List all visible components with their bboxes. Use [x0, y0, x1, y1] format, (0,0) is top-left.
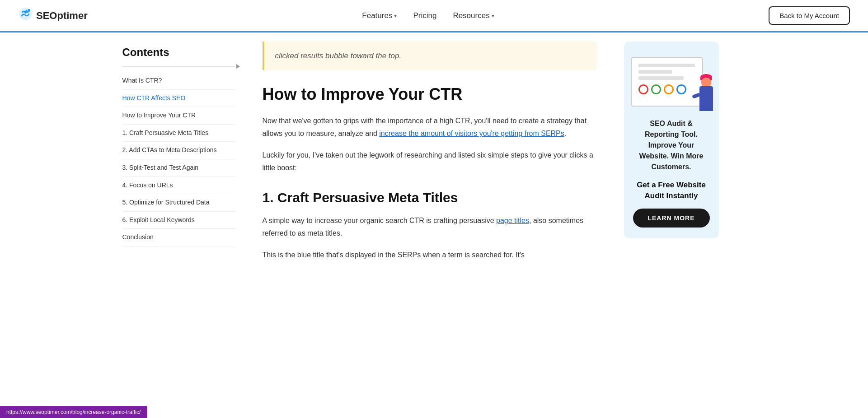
bar3 — [638, 76, 684, 80]
right-sidebar: SEO Audit & Reporting Tool. Improve Your… — [615, 33, 723, 279]
toc-item-local-keywords[interactable]: 6. Exploit Local Keywords — [122, 212, 235, 229]
ad-box: SEO Audit & Reporting Tool. Improve Your… — [624, 42, 719, 238]
circle1 — [638, 84, 648, 94]
bar2 — [638, 70, 672, 74]
logo[interactable]: SEOptimer — [18, 7, 88, 24]
logo-icon — [18, 7, 33, 24]
toc-item-split-test[interactable]: 3. Split-Test and Test Again — [122, 159, 235, 177]
circle2 — [651, 84, 661, 94]
ad-description: SEO Audit & Reporting Tool. Improve Your… — [633, 118, 710, 172]
nav-features[interactable]: Features ▾ — [362, 11, 397, 20]
bar1 — [638, 64, 694, 67]
toc-item-how-to-improve[interactable]: How to Improve Your CTR — [122, 107, 235, 125]
circle3 — [664, 84, 674, 94]
back-to-account-button[interactable]: Back to My Account — [769, 6, 850, 25]
section1-paragraph-2: This is the blue title that's displayed … — [263, 249, 597, 261]
contents-title: Contents — [122, 46, 235, 59]
sidebar-divider — [122, 66, 235, 67]
navigation: Features ▾ Pricing Resources ▾ — [362, 11, 494, 20]
toc-item-add-ctas[interactable]: 2. Add CTAs to Meta Descriptions — [122, 142, 235, 159]
features-arrow-icon: ▾ — [394, 13, 397, 19]
nav-pricing[interactable]: Pricing — [413, 11, 436, 20]
ad-figure — [690, 75, 717, 111]
intro-paragraph-1: Now that we've gotten to grips with the … — [263, 115, 597, 140]
logo-text: SEOptimer — [36, 10, 88, 22]
figure-body — [699, 86, 713, 111]
toc-item-craft-titles[interactable]: 1. Craft Persuasive Meta Titles — [122, 125, 235, 142]
intro-paragraph-2: Luckily for you, I've taken out the legw… — [263, 149, 597, 174]
ad-cta-title: Get a Free Website Audit Instantly — [633, 180, 710, 201]
serps-link[interactable]: increase the amount of visitors you're g… — [379, 130, 564, 137]
toc-item-conclusion[interactable]: Conclusion — [122, 229, 235, 246]
page-body: Contents What Is CTR? How CTR Affects SE… — [104, 33, 764, 279]
toc-item-how-ctr-affects[interactable]: How CTR Affects SEO — [122, 90, 235, 107]
header: SEOptimer Features ▾ Pricing Resources ▾… — [0, 0, 868, 33]
circles-row — [638, 84, 694, 94]
ad-illustration — [631, 52, 712, 111]
toc-item-structured-data[interactable]: 5. Optimize for Structured Data — [122, 194, 235, 212]
toc-item-focus-urls[interactable]: 4. Focus on URLs — [122, 177, 235, 195]
quote-text: clicked results bubble toward the top. — [275, 50, 586, 62]
sidebar: Contents What Is CTR? How CTR Affects SE… — [118, 33, 244, 279]
learn-more-button[interactable]: LEARN MORE — [633, 209, 710, 228]
main-heading: How to Improve Your CTR — [263, 84, 597, 104]
section1-heading: 1. Craft Persuasive Meta Titles — [263, 189, 597, 206]
toc-item-what-is-ctr[interactable]: What Is CTR? — [122, 72, 235, 90]
quote-box: clicked results bubble toward the top. — [263, 42, 597, 70]
main-content: clicked results bubble toward the top. H… — [244, 33, 615, 279]
resources-arrow-icon: ▾ — [492, 13, 494, 19]
section1-paragraph-1: A simple way to increase your organic se… — [263, 214, 597, 240]
nav-resources[interactable]: Resources ▾ — [453, 11, 494, 20]
circle4 — [676, 84, 686, 94]
page-titles-link[interactable]: page titles — [496, 217, 529, 224]
